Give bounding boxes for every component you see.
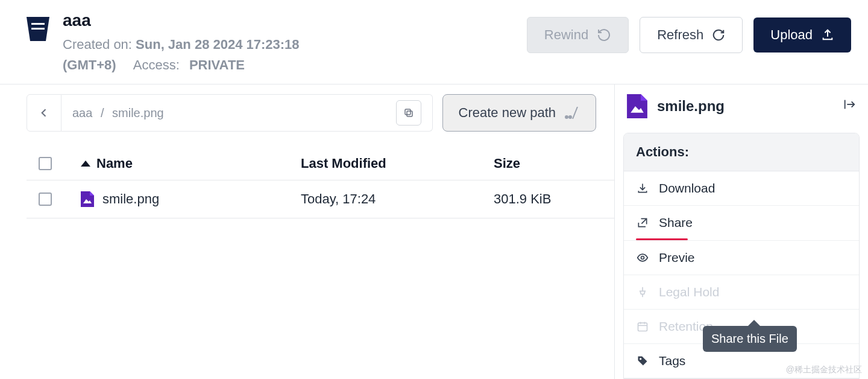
refresh-button[interactable]: Refresh — [640, 17, 743, 53]
path-box: aaa / smile.png — [61, 94, 433, 132]
refresh-icon — [712, 28, 725, 42]
actions-title: Actions: — [624, 133, 859, 171]
image-file-icon — [81, 191, 94, 207]
crumb-file[interactable]: smile.png — [112, 106, 164, 119]
created-value: Sun, Jan 28 2024 17:23:18 — [136, 37, 300, 52]
pin-icon — [637, 286, 649, 298]
svg-point-4 — [565, 116, 568, 118]
action-legal-hold: Legal Hold — [624, 275, 859, 310]
file-modified: Today, 17:24 — [301, 191, 494, 207]
share-tooltip: Share this File — [703, 326, 797, 352]
svg-point-8 — [640, 358, 641, 360]
table-header: Name Last Modified Size — [27, 145, 614, 180]
col-name[interactable]: Name — [81, 156, 301, 171]
tag-icon — [637, 355, 649, 367]
collapse-panel-button[interactable] — [843, 98, 856, 115]
create-path-button[interactable]: Create new path — [442, 94, 596, 132]
row-checkbox[interactable] — [39, 193, 52, 206]
bucket-title: aaa — [63, 11, 527, 30]
bucket-icon — [24, 14, 52, 42]
action-share[interactable]: Share — [624, 206, 859, 240]
back-button[interactable] — [27, 94, 61, 132]
panel-collapse-icon — [843, 98, 856, 111]
col-modified[interactable]: Last Modified — [301, 156, 494, 171]
created-label: Created on: — [63, 37, 132, 52]
file-name: smile.png — [102, 191, 159, 207]
select-all-checkbox[interactable] — [39, 157, 52, 170]
action-download[interactable]: Download — [624, 171, 859, 206]
path-slash-icon — [564, 107, 580, 119]
svg-point-6 — [641, 256, 644, 260]
svg-rect-3 — [405, 109, 410, 115]
upload-icon — [821, 28, 834, 42]
watermark: @稀土掘金技术社区 — [786, 365, 862, 375]
chevron-left-icon — [38, 107, 50, 119]
image-file-icon — [627, 94, 647, 118]
col-size[interactable]: Size — [494, 156, 614, 171]
download-icon — [637, 182, 649, 194]
rewind-button: Rewind — [527, 17, 629, 53]
svg-point-5 — [569, 116, 571, 118]
svg-rect-2 — [407, 111, 412, 116]
share-icon — [637, 217, 649, 229]
copy-icon — [403, 107, 414, 118]
detail-filename: smile.png — [657, 98, 725, 115]
gmt-offset: (GMT+8) — [63, 57, 116, 72]
file-size: 301.9 KiB — [494, 191, 614, 207]
access-label: Access: — [133, 57, 180, 72]
copy-path-button[interactable] — [396, 100, 421, 126]
eye-icon — [637, 252, 649, 264]
calendar-icon — [637, 320, 649, 333]
access-value: PRIVATE — [189, 57, 245, 72]
svg-rect-0 — [31, 23, 45, 25]
table-row[interactable]: smile.png Today, 17:24 301.9 KiB — [27, 180, 614, 218]
sort-asc-icon — [81, 161, 90, 167]
svg-rect-1 — [31, 28, 45, 30]
action-preview[interactable]: Previe — [624, 240, 859, 275]
crumb-bucket[interactable]: aaa — [72, 106, 92, 119]
upload-button[interactable]: Upload — [753, 18, 851, 53]
svg-rect-7 — [638, 323, 647, 331]
rewind-icon — [597, 28, 611, 42]
